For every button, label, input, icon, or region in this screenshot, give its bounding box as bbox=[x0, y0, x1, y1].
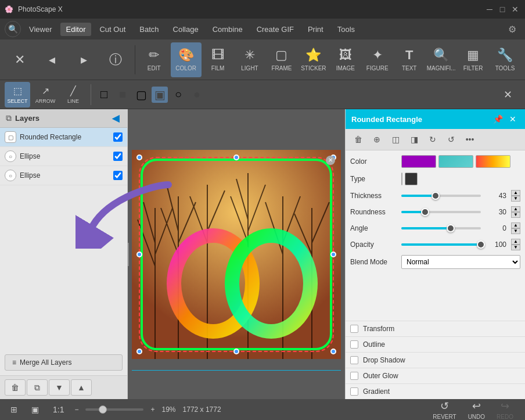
angle-thumb[interactable] bbox=[447, 224, 455, 232]
outline-checkbox[interactable] bbox=[350, 340, 358, 349]
magnify-tool[interactable]: 🔍 MAGNIFI... bbox=[426, 42, 456, 77]
rp-copy-button[interactable]: ⊕ bbox=[369, 131, 385, 148]
settings-button[interactable]: ⚙ bbox=[504, 21, 520, 37]
revert-button[interactable]: ↺ REVERT bbox=[428, 399, 461, 421]
shape-round-rect[interactable]: ▢ bbox=[133, 87, 149, 103]
search-button[interactable]: 🔍 bbox=[5, 21, 21, 37]
layer-check-rounded-rect[interactable] bbox=[113, 132, 123, 142]
rp-rotate-cw-button[interactable]: ↻ bbox=[425, 131, 441, 148]
gradient-checkbox-row[interactable]: Gradient bbox=[346, 383, 525, 399]
outer-glow-checkbox-row[interactable]: Outer Glow bbox=[346, 368, 525, 383]
handle-topleft[interactable] bbox=[136, 155, 142, 160]
handle-right[interactable] bbox=[330, 252, 336, 257]
zoom-plus[interactable]: + bbox=[150, 405, 154, 414]
menu-collage[interactable]: Collage bbox=[167, 23, 204, 36]
layer-toggle-button[interactable]: ▣ bbox=[28, 404, 42, 415]
zoom-slider[interactable] bbox=[85, 408, 143, 411]
info-button[interactable]: ⓘ bbox=[100, 42, 131, 77]
rp-more-button[interactable]: ••• bbox=[462, 131, 478, 148]
next-button[interactable]: ▸ bbox=[69, 42, 99, 77]
figure-tool[interactable]: ✦ FIGURE bbox=[362, 42, 393, 77]
sticker-tool[interactable]: ⭐ STICKER bbox=[298, 42, 329, 77]
maximize-button[interactable]: □ bbox=[497, 4, 508, 15]
frame-tool[interactable]: ▢ FRAME bbox=[266, 42, 297, 77]
color-swatch-purple[interactable] bbox=[401, 155, 436, 168]
zoom-minus[interactable]: − bbox=[74, 405, 78, 414]
roundness-down-button[interactable]: ▼ bbox=[511, 212, 520, 218]
layer-item-ellipse-1[interactable]: ○ Ellipse bbox=[0, 147, 127, 166]
shape-rect[interactable]: □ bbox=[96, 87, 112, 103]
rp-align-left-button[interactable]: ◫ bbox=[387, 131, 404, 148]
color-swatch-gradient[interactable] bbox=[476, 155, 510, 168]
shape-circle[interactable]: ○ bbox=[170, 87, 186, 103]
shape-rect-filled[interactable]: ■ bbox=[114, 87, 131, 103]
handle-left[interactable] bbox=[136, 252, 142, 257]
thickness-down-button[interactable]: ▼ bbox=[511, 196, 520, 202]
text-tool[interactable]: T TEXT bbox=[394, 42, 425, 77]
duplicate-layer-button[interactable]: ⧉ bbox=[27, 379, 48, 396]
opacity-slider[interactable] bbox=[401, 243, 481, 246]
angle-down-button[interactable]: ▼ bbox=[511, 228, 520, 234]
image-tool[interactable]: 🖼 IMAGE bbox=[330, 42, 361, 77]
close-button[interactable]: ✕ bbox=[510, 4, 520, 15]
gradient-checkbox[interactable] bbox=[350, 387, 358, 396]
angle-up-button[interactable]: ▲ bbox=[511, 222, 520, 228]
menu-editor[interactable]: Editor bbox=[60, 23, 92, 36]
thickness-slider[interactable] bbox=[401, 195, 481, 197]
pin-button[interactable]: 📌 bbox=[491, 113, 504, 125]
zoom-thumb[interactable] bbox=[99, 405, 107, 414]
filter-tool[interactable]: ▦ FILTER bbox=[458, 42, 488, 77]
thickness-thumb[interactable] bbox=[431, 192, 440, 200]
canvas-area[interactable]: ▸ bbox=[128, 109, 345, 399]
type-end[interactable] bbox=[405, 173, 418, 185]
rp-delete-button[interactable]: 🗑 bbox=[350, 131, 366, 148]
prev-button[interactable]: ◂ bbox=[37, 42, 67, 77]
layer-check-ellipse-1[interactable] bbox=[113, 152, 123, 161]
menu-viewer[interactable]: Viewer bbox=[23, 23, 58, 36]
layers-collapse-button[interactable]: ◀ bbox=[110, 113, 121, 124]
roundness-slider[interactable] bbox=[401, 211, 481, 213]
menu-combine[interactable]: Combine bbox=[207, 23, 249, 36]
transform-checkbox[interactable] bbox=[350, 325, 358, 333]
line-subtool[interactable]: ╱ LINE bbox=[60, 82, 86, 107]
tools-tool[interactable]: 🔧 TOOLS bbox=[490, 42, 520, 77]
outer-glow-checkbox[interactable] bbox=[350, 372, 358, 380]
light-tool[interactable]: ✳ LIGHT bbox=[235, 42, 265, 77]
handle-top[interactable] bbox=[233, 155, 239, 160]
drop-shadow-checkbox[interactable] bbox=[350, 356, 358, 364]
roundness-thumb[interactable] bbox=[421, 208, 429, 216]
minimize-button[interactable]: ─ bbox=[484, 4, 495, 15]
drop-shadow-checkbox-row[interactable]: Drop Shadow bbox=[346, 352, 525, 368]
opacity-thumb[interactable] bbox=[477, 240, 485, 249]
opacity-up-button[interactable]: ▲ bbox=[511, 239, 520, 245]
layer-check-ellipse-2[interactable] bbox=[113, 171, 123, 180]
menu-print[interactable]: Print bbox=[302, 23, 329, 36]
roundness-up-button[interactable]: ▲ bbox=[511, 206, 520, 212]
thickness-up-button[interactable]: ▲ bbox=[511, 190, 520, 196]
angle-slider[interactable] bbox=[401, 227, 481, 229]
merge-all-layers-button[interactable]: ≡ Merge All Layers bbox=[5, 354, 123, 371]
handle-bottomleft[interactable] bbox=[136, 349, 142, 354]
rp-close-button[interactable]: ✕ bbox=[506, 113, 519, 125]
shape-circle-filled[interactable]: ● bbox=[189, 87, 205, 103]
shape-round-rect-filled[interactable]: ▣ bbox=[152, 87, 168, 103]
opacity-down-button[interactable]: ▼ bbox=[511, 245, 520, 250]
move-down-layer-button[interactable]: ▼ bbox=[49, 379, 70, 396]
redo-button[interactable]: ↪ REDO bbox=[492, 399, 518, 421]
select-subtool[interactable]: ⬚ SELECT bbox=[5, 82, 30, 107]
transform-checkbox-row[interactable]: Transform bbox=[346, 321, 525, 336]
menu-creategif[interactable]: Create GIF bbox=[251, 23, 300, 36]
layer-item-ellipse-2[interactable]: ○ Ellipse bbox=[0, 166, 127, 185]
handle-bottomright[interactable] bbox=[330, 349, 336, 354]
type-line[interactable] bbox=[401, 173, 402, 185]
arrow-subtool[interactable]: ↗ ARROW bbox=[33, 82, 58, 107]
rp-rotate-ccw-button[interactable]: ↺ bbox=[443, 131, 459, 148]
close-nav-button[interactable]: ✕ bbox=[5, 42, 35, 77]
menu-cutout[interactable]: Cut Out bbox=[94, 23, 131, 36]
side-tab[interactable]: ▸ bbox=[128, 243, 129, 266]
menu-batch[interactable]: Batch bbox=[134, 23, 164, 36]
move-up-layer-button[interactable]: ▲ bbox=[71, 379, 92, 396]
grid-button[interactable]: ⊞ bbox=[7, 404, 21, 415]
edit-tool[interactable]: ✏ EDIT bbox=[139, 42, 170, 77]
blend-mode-select[interactable]: Normal Multiply Screen Overlay bbox=[401, 255, 520, 269]
